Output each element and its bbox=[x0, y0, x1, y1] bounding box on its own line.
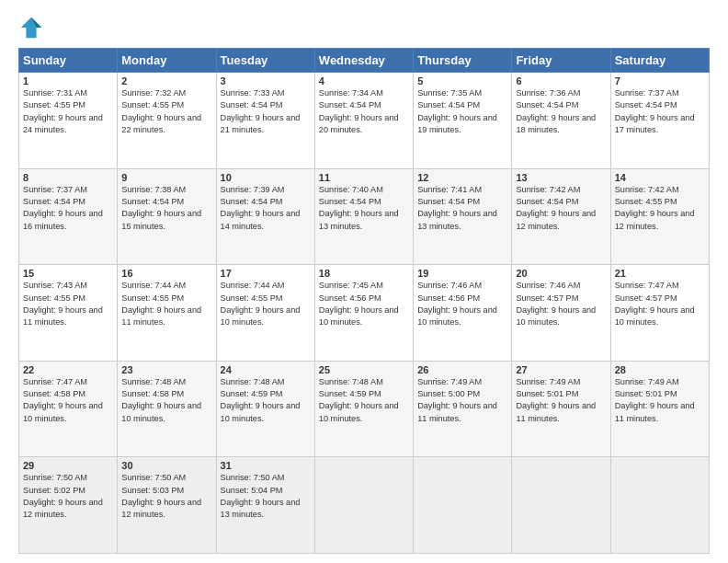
table-row: 15Sunrise: 7:43 AMSunset: 4:55 PMDayligh… bbox=[19, 265, 118, 362]
day-info: Sunrise: 7:39 AMSunset: 4:54 PMDaylight:… bbox=[221, 184, 311, 233]
day-number: 8 bbox=[23, 172, 113, 183]
table-row: 18Sunrise: 7:45 AMSunset: 4:56 PMDayligh… bbox=[314, 265, 413, 362]
day-info: Sunrise: 7:44 AMSunset: 4:55 PMDaylight:… bbox=[221, 280, 311, 328]
day-number: 12 bbox=[417, 172, 507, 183]
day-info: Sunrise: 7:48 AMSunset: 4:58 PMDaylight:… bbox=[121, 376, 211, 425]
calendar-week: 22Sunrise: 7:47 AMSunset: 4:58 PMDayligh… bbox=[19, 361, 710, 457]
table-row: 2Sunrise: 7:32 AMSunset: 4:55 PMDaylight… bbox=[118, 73, 216, 169]
header bbox=[18, 15, 710, 40]
table-row bbox=[414, 457, 512, 554]
weekday-header: Friday bbox=[512, 49, 610, 73]
table-row bbox=[610, 457, 709, 554]
day-number: 29 bbox=[23, 460, 113, 471]
day-number: 16 bbox=[121, 268, 211, 279]
day-number: 4 bbox=[319, 75, 409, 86]
day-number: 9 bbox=[121, 172, 211, 183]
table-row: 29Sunrise: 7:50 AMSunset: 5:02 PMDayligh… bbox=[19, 457, 118, 554]
day-number: 5 bbox=[417, 75, 507, 86]
weekday-header: Sunday bbox=[19, 49, 118, 73]
table-row: 26Sunrise: 7:49 AMSunset: 5:00 PMDayligh… bbox=[414, 361, 512, 457]
table-row: 23Sunrise: 7:48 AMSunset: 4:58 PMDayligh… bbox=[118, 361, 216, 457]
day-info: Sunrise: 7:47 AMSunset: 4:58 PMDaylight:… bbox=[23, 376, 113, 425]
table-row: 11Sunrise: 7:40 AMSunset: 4:54 PMDayligh… bbox=[314, 168, 413, 265]
day-info: Sunrise: 7:32 AMSunset: 4:55 PMDaylight:… bbox=[121, 87, 211, 136]
day-number: 14 bbox=[615, 172, 705, 183]
table-row: 27Sunrise: 7:49 AMSunset: 5:01 PMDayligh… bbox=[512, 361, 610, 457]
day-info: Sunrise: 7:37 AMSunset: 4:54 PMDaylight:… bbox=[615, 87, 705, 136]
weekday-header: Monday bbox=[118, 49, 216, 73]
table-row: 21Sunrise: 7:47 AMSunset: 4:57 PMDayligh… bbox=[610, 265, 709, 362]
day-info: Sunrise: 7:49 AMSunset: 5:00 PMDaylight:… bbox=[417, 376, 507, 425]
weekday-header: Saturday bbox=[610, 49, 709, 73]
day-number: 1 bbox=[23, 75, 113, 86]
table-row: 28Sunrise: 7:49 AMSunset: 5:01 PMDayligh… bbox=[610, 361, 709, 457]
calendar-week: 29Sunrise: 7:50 AMSunset: 5:02 PMDayligh… bbox=[19, 457, 710, 554]
logo-icon bbox=[18, 15, 44, 40]
table-row: 5Sunrise: 7:35 AMSunset: 4:54 PMDaylight… bbox=[414, 73, 512, 169]
day-number: 18 bbox=[319, 268, 409, 279]
table-row: 24Sunrise: 7:48 AMSunset: 4:59 PMDayligh… bbox=[216, 361, 314, 457]
day-number: 27 bbox=[516, 364, 606, 375]
day-number: 15 bbox=[23, 268, 113, 279]
day-info: Sunrise: 7:37 AMSunset: 4:54 PMDaylight:… bbox=[23, 184, 113, 233]
day-info: Sunrise: 7:31 AMSunset: 4:55 PMDaylight:… bbox=[23, 87, 113, 136]
day-number: 26 bbox=[417, 364, 507, 375]
day-number: 2 bbox=[121, 75, 211, 86]
table-row: 19Sunrise: 7:46 AMSunset: 4:56 PMDayligh… bbox=[414, 265, 512, 362]
day-info: Sunrise: 7:49 AMSunset: 5:01 PMDaylight:… bbox=[516, 376, 606, 425]
day-info: Sunrise: 7:47 AMSunset: 4:57 PMDaylight:… bbox=[615, 280, 705, 328]
day-info: Sunrise: 7:43 AMSunset: 4:55 PMDaylight:… bbox=[23, 280, 113, 328]
day-number: 24 bbox=[221, 364, 311, 375]
day-info: Sunrise: 7:38 AMSunset: 4:54 PMDaylight:… bbox=[121, 184, 211, 233]
day-info: Sunrise: 7:33 AMSunset: 4:54 PMDaylight:… bbox=[221, 87, 311, 136]
day-number: 23 bbox=[121, 364, 211, 375]
day-info: Sunrise: 7:34 AMSunset: 4:54 PMDaylight:… bbox=[319, 87, 409, 136]
table-row: 1Sunrise: 7:31 AMSunset: 4:55 PMDaylight… bbox=[19, 73, 118, 169]
table-row: 8Sunrise: 7:37 AMSunset: 4:54 PMDaylight… bbox=[19, 168, 118, 265]
day-info: Sunrise: 7:46 AMSunset: 4:56 PMDaylight:… bbox=[417, 280, 507, 328]
table-row bbox=[314, 457, 413, 554]
table-row: 25Sunrise: 7:48 AMSunset: 4:59 PMDayligh… bbox=[314, 361, 413, 457]
day-info: Sunrise: 7:44 AMSunset: 4:55 PMDaylight:… bbox=[121, 280, 211, 328]
table-row: 4Sunrise: 7:34 AMSunset: 4:54 PMDaylight… bbox=[314, 73, 413, 169]
day-number: 31 bbox=[221, 460, 311, 471]
day-info: Sunrise: 7:40 AMSunset: 4:54 PMDaylight:… bbox=[319, 184, 409, 233]
day-number: 22 bbox=[23, 364, 113, 375]
table-row: 10Sunrise: 7:39 AMSunset: 4:54 PMDayligh… bbox=[216, 168, 314, 265]
logo bbox=[18, 15, 50, 40]
weekday-header: Wednesday bbox=[314, 49, 413, 73]
day-info: Sunrise: 7:41 AMSunset: 4:54 PMDaylight:… bbox=[417, 184, 507, 233]
weekday-header: Thursday bbox=[414, 49, 512, 73]
day-number: 7 bbox=[615, 75, 705, 86]
day-info: Sunrise: 7:48 AMSunset: 4:59 PMDaylight:… bbox=[319, 376, 409, 425]
day-number: 21 bbox=[615, 268, 705, 279]
day-info: Sunrise: 7:45 AMSunset: 4:56 PMDaylight:… bbox=[319, 280, 409, 328]
day-number: 3 bbox=[221, 75, 311, 86]
day-number: 11 bbox=[319, 172, 409, 183]
weekday-header: Tuesday bbox=[216, 49, 314, 73]
table-row: 20Sunrise: 7:46 AMSunset: 4:57 PMDayligh… bbox=[512, 265, 610, 362]
calendar-week: 8Sunrise: 7:37 AMSunset: 4:54 PMDaylight… bbox=[19, 168, 710, 265]
calendar-table: SundayMondayTuesdayWednesdayThursdayFrid… bbox=[18, 48, 710, 554]
table-row: 14Sunrise: 7:42 AMSunset: 4:55 PMDayligh… bbox=[610, 168, 709, 265]
calendar-week: 15Sunrise: 7:43 AMSunset: 4:55 PMDayligh… bbox=[19, 265, 710, 362]
day-info: Sunrise: 7:48 AMSunset: 4:59 PMDaylight:… bbox=[221, 376, 311, 425]
day-info: Sunrise: 7:50 AMSunset: 5:02 PMDaylight:… bbox=[23, 472, 113, 521]
table-row: 9Sunrise: 7:38 AMSunset: 4:54 PMDaylight… bbox=[118, 168, 216, 265]
day-number: 13 bbox=[516, 172, 606, 183]
table-row: 17Sunrise: 7:44 AMSunset: 4:55 PMDayligh… bbox=[216, 265, 314, 362]
day-number: 10 bbox=[221, 172, 311, 183]
day-info: Sunrise: 7:50 AMSunset: 5:04 PMDaylight:… bbox=[221, 472, 311, 521]
day-info: Sunrise: 7:35 AMSunset: 4:54 PMDaylight:… bbox=[417, 87, 507, 136]
day-number: 30 bbox=[121, 460, 211, 471]
table-row bbox=[512, 457, 610, 554]
table-row: 31Sunrise: 7:50 AMSunset: 5:04 PMDayligh… bbox=[216, 457, 314, 554]
day-number: 6 bbox=[516, 75, 606, 86]
calendar-week: 1Sunrise: 7:31 AMSunset: 4:55 PMDaylight… bbox=[19, 73, 710, 169]
day-info: Sunrise: 7:36 AMSunset: 4:54 PMDaylight:… bbox=[516, 87, 606, 136]
day-info: Sunrise: 7:49 AMSunset: 5:01 PMDaylight:… bbox=[615, 376, 705, 425]
day-number: 20 bbox=[516, 268, 606, 279]
day-number: 19 bbox=[417, 268, 507, 279]
table-row: 3Sunrise: 7:33 AMSunset: 4:54 PMDaylight… bbox=[216, 73, 314, 169]
day-info: Sunrise: 7:46 AMSunset: 4:57 PMDaylight:… bbox=[516, 280, 606, 328]
